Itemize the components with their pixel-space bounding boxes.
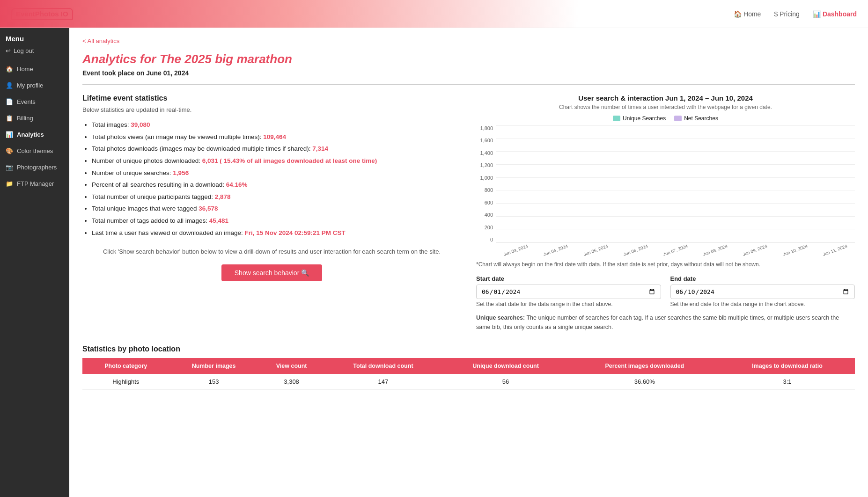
main-content: All analytics Analytics for The 2025 big…	[69, 28, 868, 497]
billing-icon: 📋	[6, 115, 13, 122]
col-percent-images: Percent images downloaded	[570, 358, 720, 374]
stat-unique-tagged-images: Total unique images that were tagged 36,…	[92, 203, 461, 215]
x-label: Jun 03, 2024	[503, 243, 529, 256]
sidebar-item-analytics[interactable]: 📊 Analytics	[0, 126, 69, 143]
table-cell: 3,308	[258, 374, 325, 390]
sidebar-item-home[interactable]: 🏠 Home	[0, 61, 69, 77]
search-note: Click 'Show search behavior' button belo…	[82, 247, 461, 257]
x-label: Jun 04, 2024	[543, 243, 568, 256]
stat-photo-views: Total photos views (an image may be view…	[92, 131, 461, 143]
sidebar-logout[interactable]: ↩ Log out	[0, 44, 69, 61]
y-label: 600	[485, 200, 493, 205]
stats-table: Photo category Number images View count …	[82, 358, 855, 390]
chart-legend: Unique Searches Net Searches	[476, 115, 855, 122]
nav-dashboard[interactable]: 📊 Dashboard	[813, 10, 857, 18]
two-col-layout: Lifetime event statistics Below statisti…	[82, 94, 855, 332]
chart-note: *Chart will always begin on the first da…	[476, 260, 855, 269]
logo-box: EventPhotos IO	[11, 8, 73, 20]
y-label: 1,400	[480, 150, 493, 156]
col-unique-download: Unique download count	[441, 358, 569, 374]
y-label: 1,000	[480, 175, 493, 181]
end-date-field: End date Set the end date for the data r…	[670, 275, 855, 307]
unique-def: Unique searches: The unique number of se…	[476, 313, 855, 332]
y-label: 0	[490, 237, 493, 242]
table-cell: 56	[441, 374, 569, 390]
col-view-count: View count	[258, 358, 325, 374]
nav-home[interactable]: 🏠 Home	[734, 10, 761, 18]
stat-total-images: Total images: 39,080	[92, 119, 461, 131]
logout-icon: ↩	[6, 47, 11, 54]
stats-table-header-row: Photo category Number images View count …	[82, 358, 855, 374]
stat-unique-participants: Total number of unique participants tagg…	[92, 191, 461, 203]
stat-total-tags: Total number of tags added to all images…	[92, 215, 461, 227]
x-label: Jun 08, 2024	[702, 243, 728, 256]
right-column: User search & interaction Jun 1, 2024 – …	[476, 94, 855, 332]
stat-last-view: Last time a user has viewed or downloade…	[92, 227, 461, 239]
layout: Menu ↩ Log out 🏠 Home 👤 My profile 📄 Eve…	[0, 28, 868, 497]
header-nav: 🏠 Home $ Pricing 📊 Dashboard	[734, 10, 857, 18]
col-number-images: Number images	[169, 358, 258, 374]
chart-y-axis: 1,8001,6001,4001,2001,0008006004002000	[476, 125, 495, 242]
y-label: 1,800	[480, 125, 493, 131]
table-cell: 3:1	[720, 374, 855, 390]
stats-location-section: Statistics by photo location Photo categ…	[82, 345, 855, 390]
sidebar-item-photographers[interactable]: 📷 Photographers	[0, 159, 69, 175]
sidebar-item-colorthemes[interactable]: 🎨 Color themes	[0, 143, 69, 159]
chart-bars-area	[496, 125, 855, 242]
stat-unique-searches: Number of unique searches: 1,956	[92, 167, 461, 179]
table-cell: 147	[324, 374, 441, 390]
events-icon: 📄	[6, 98, 13, 105]
table-cell: 153	[169, 374, 258, 390]
divider	[82, 84, 855, 85]
stats-table-head: Photo category Number images View count …	[82, 358, 855, 374]
sidebar-menu-label: Menu	[0, 28, 69, 44]
chart-x-labels: Jun 03, 2024Jun 04, 2024Jun 05, 2024Jun …	[496, 243, 855, 256]
colorthemes-icon: 🎨	[6, 147, 13, 154]
y-label: 1,200	[480, 162, 493, 168]
start-date-input[interactable]	[476, 285, 661, 299]
end-date-label: End date	[670, 275, 855, 282]
stat-search-download-pct: Percent of all searches resulting in a d…	[92, 179, 461, 191]
start-date-field: Start date Set the start date for the da…	[476, 275, 661, 307]
stats-location-title: Statistics by photo location	[82, 345, 855, 353]
sidebar-item-ftpmanager[interactable]: 📁 FTP Manager	[0, 175, 69, 192]
table-row: Highlights1533,3081475636.60%3:1	[82, 374, 855, 390]
x-label: Jun 07, 2024	[662, 243, 688, 256]
table-cell: 36.60%	[570, 374, 720, 390]
end-date-input[interactable]	[670, 285, 855, 299]
y-label: 1,600	[480, 138, 493, 143]
home-icon: 🏠	[6, 66, 13, 73]
start-date-label: Start date	[476, 275, 661, 282]
col-total-download: Total download count	[324, 358, 441, 374]
x-label: Jun 09, 2024	[742, 243, 768, 256]
show-search-behavior-button[interactable]: Show search behavior 🔍	[221, 264, 322, 281]
page-title: Analytics for The 2025 big marathon	[82, 52, 855, 66]
sidebar-item-billing[interactable]: 📋 Billing	[0, 110, 69, 126]
breadcrumb[interactable]: All analytics	[82, 37, 855, 44]
stat-photo-downloads: Total photos downloads (images may be do…	[92, 143, 461, 155]
stats-list: Total images: 39,080 Total photos views …	[82, 119, 461, 239]
ftp-icon: 📁	[6, 180, 13, 187]
chart-subtitle: Chart shows the number of times a user i…	[476, 104, 855, 110]
realtime-note: Below statistics are updated in real-tim…	[82, 106, 461, 113]
stat-unique-downloaded: Number of unique photos downloaded: 6,03…	[92, 155, 461, 167]
event-date: Event took place on June 01, 2024	[82, 69, 855, 77]
start-date-hint: Set the start date for the data range in…	[476, 301, 661, 307]
logo: EventPhotos IO	[11, 8, 73, 20]
legend-unique-box	[613, 116, 620, 121]
left-column: Lifetime event statistics Below statisti…	[82, 94, 461, 332]
chart-container: 1,8001,6001,4001,2001,0008006004002000 J…	[476, 125, 855, 256]
x-label: Jun 10, 2024	[782, 243, 808, 256]
sidebar-item-events[interactable]: 📄 Events	[0, 94, 69, 110]
sidebar-item-myprofile[interactable]: 👤 My profile	[0, 77, 69, 94]
date-inputs: Start date Set the start date for the da…	[476, 275, 855, 307]
end-date-hint: Set the end date for the data range in t…	[670, 301, 855, 307]
table-cell: Highlights	[82, 374, 169, 390]
nav-pricing[interactable]: $ Pricing	[774, 10, 799, 18]
legend-net: Net Searches	[674, 115, 718, 122]
x-label: Jun 05, 2024	[582, 243, 608, 256]
sidebar: Menu ↩ Log out 🏠 Home 👤 My profile 📄 Eve…	[0, 28, 69, 497]
analytics-icon: 📊	[6, 131, 13, 138]
y-label: 800	[485, 187, 493, 193]
col-images-ratio: Images to download ratio	[720, 358, 855, 374]
